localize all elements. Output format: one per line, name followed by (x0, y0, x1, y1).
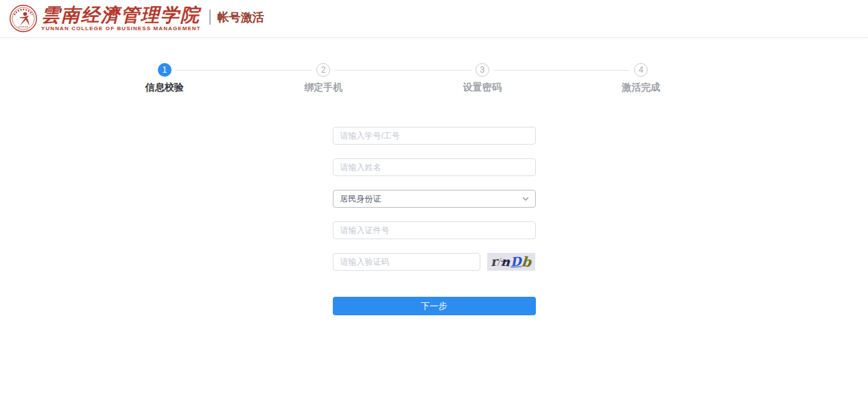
step-2-label: 绑定手机 (244, 82, 403, 94)
step-1-label: 信息校验 (85, 82, 244, 94)
captcha-input[interactable] (333, 253, 480, 271)
step-activation-done: 4 激活完成 (562, 63, 721, 94)
student-id-input[interactable] (333, 127, 536, 145)
id-type-select[interactable]: 居民身份证 (333, 190, 536, 208)
step-1-circle: 1 (158, 63, 172, 77)
step-3-label: 设置密码 (403, 82, 562, 94)
school-seal-logo (9, 4, 38, 33)
step-3-circle: 3 (476, 63, 489, 77)
id-number-input[interactable] (333, 221, 536, 239)
school-name-en: YUNNAN COLLEGE OF BUSINESS MANAGEMENT (41, 26, 201, 32)
chevron-down-icon (521, 195, 530, 203)
step-4-label: 激活完成 (562, 82, 721, 94)
header-divider (209, 10, 211, 25)
page-title: 帐号激活 (218, 10, 264, 25)
next-step-button[interactable]: 下一步 (333, 297, 536, 315)
name-input[interactable] (333, 158, 536, 176)
id-type-selected-value: 居民身份证 (340, 193, 382, 205)
school-name-zh: 雲南经濟管理学院 (41, 5, 201, 24)
school-brand: 雲南经濟管理学院 YUNNAN COLLEGE OF BUSINESS MANA… (41, 5, 201, 32)
step-4-circle: 4 (634, 63, 648, 77)
step-info-verify: 1 信息校验 (85, 63, 244, 94)
step-set-password: 3 设置密码 (403, 63, 562, 94)
app-header: 雲南经濟管理学院 YUNNAN COLLEGE OF BUSINESS MANA… (0, 0, 868, 38)
steps-wizard: 1 信息校验 2 绑定手机 3 设置密码 4 激活完成 (85, 63, 720, 94)
step-2-circle: 2 (316, 63, 330, 77)
activation-form: 居民身份证 r/nDb 下一步 (333, 127, 536, 315)
step-bind-phone: 2 绑定手机 (244, 63, 403, 94)
captcha-image[interactable]: r/nDb (487, 253, 535, 271)
